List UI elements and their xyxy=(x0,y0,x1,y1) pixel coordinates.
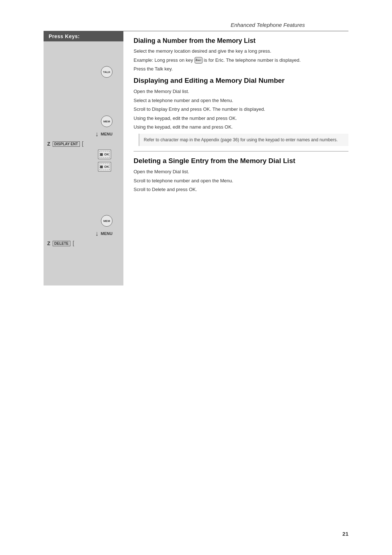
z-label2: Z xyxy=(47,240,50,246)
section3-heading: Deleting a Single Entry from the Memory … xyxy=(134,157,348,166)
left-panel: Press Keys: TALK MEM ↓ MENU Z xyxy=(44,31,123,285)
section1-inst3: Press the Talk key. xyxy=(134,65,348,73)
main-content: Press Keys: TALK MEM ↓ MENU Z xyxy=(44,31,348,285)
delete-row: Z DELETE [ xyxy=(44,239,123,248)
section1-inst1: Select the memory location desired and g… xyxy=(134,48,348,55)
display-ent-key: DISPLAY ENT xyxy=(53,141,80,147)
page-container: Enhanced Telephone Features Press Keys: … xyxy=(0,0,392,555)
ok-row2: ▦ OK xyxy=(44,161,123,173)
arrow-down-icon2: ↓ xyxy=(95,230,99,238)
spacer9 xyxy=(44,208,123,214)
mem-key2: MEM xyxy=(101,215,113,227)
menu-row2: ↓ MENU xyxy=(44,228,123,239)
section2-heading: Displaying and Editing a Memory Dial Num… xyxy=(134,76,348,85)
spacer6 xyxy=(44,173,123,185)
key-3: 3SET xyxy=(195,57,203,64)
bracket1: [ xyxy=(82,141,83,147)
spacer5 xyxy=(44,102,123,114)
page-number: 21 xyxy=(342,531,348,537)
section2-inst3: Scroll to Display Entry and press OK. Th… xyxy=(134,106,348,113)
spacer3 xyxy=(44,79,123,91)
section2-inst5: Using the keypad, edit the name and pres… xyxy=(134,123,348,131)
delete-key: DELETE xyxy=(53,241,70,246)
spacer2 xyxy=(44,53,123,65)
ok-row1: ▦ OK xyxy=(44,148,123,161)
section3-inst2: Scroll to telephone number and open the … xyxy=(134,177,348,185)
section2-inst4: Using the keypad, edit the number and pr… xyxy=(134,115,348,122)
section1-inst2-suffix: is for Eric. The telephone number is dis… xyxy=(203,57,301,63)
mem-key1: MEM xyxy=(101,116,113,127)
spacer8 xyxy=(44,196,123,208)
menu-label1: MENU xyxy=(101,132,113,136)
section2-inst2: Select a telephone number and open the M… xyxy=(134,97,348,104)
section2-inst1: Open the Memory Dial list. xyxy=(134,88,348,95)
arrow-down-icon1: ↓ xyxy=(95,130,99,138)
right-panel: Dialing a Number from the Memory List Se… xyxy=(123,31,348,285)
section1-heading: Dialing a Number from the Memory List xyxy=(134,37,348,45)
spacer4 xyxy=(44,91,123,102)
ok-key1: ▦ OK xyxy=(98,150,111,159)
menu-label2: MENU xyxy=(101,231,113,236)
talk-key: TALK xyxy=(101,66,113,78)
section1-inst2: Example: Long press on key 3SET is for E… xyxy=(134,57,348,64)
ok-key2: ▦ OK xyxy=(98,162,111,171)
section3-inst1: Open the Memory Dial list. xyxy=(134,168,348,175)
z-label1: Z xyxy=(47,141,50,147)
mem-key-row2: MEM xyxy=(44,214,123,228)
section3-inst3: Scroll to Delete and press OK. xyxy=(134,186,348,193)
spacer1 xyxy=(44,41,123,53)
display-ent-row: Z DISPLAY ENT [ xyxy=(44,139,123,148)
menu-row1: ↓ MENU xyxy=(44,129,123,139)
page-header-title: Enhanced Telephone Features xyxy=(230,22,305,28)
talk-key-row: TALK xyxy=(44,65,123,79)
press-keys-header: Press Keys: xyxy=(44,31,123,41)
section1-inst2-prefix: Example: Long press on key xyxy=(134,57,195,63)
section2-note: Refer to character map in the Appendix (… xyxy=(139,134,348,146)
spacer7 xyxy=(44,185,123,196)
divider-line xyxy=(134,151,348,151)
page-header: Enhanced Telephone Features xyxy=(44,22,348,31)
bracket2: [ xyxy=(73,240,74,247)
mem-key-row1: MEM xyxy=(44,114,123,129)
